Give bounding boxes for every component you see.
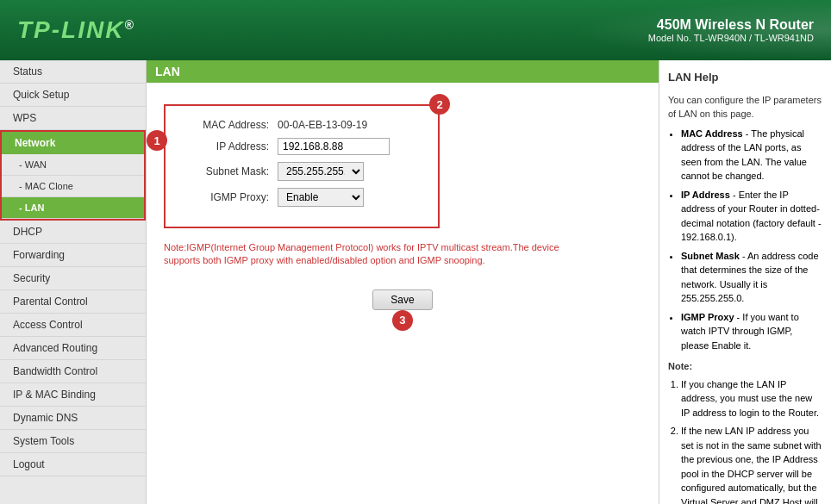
sidebar-item-security[interactable]: Security (0, 267, 146, 290)
sidebar-item-network[interactable]: Network (2, 132, 144, 154)
mac-address-value: 00-0A-EB-13-09-19 (278, 119, 367, 131)
help-intro: You can configure the IP parameters of L… (668, 93, 822, 121)
sidebar: Status Quick Setup WPS Network - WAN - M… (0, 60, 147, 504)
subnet-mask-label: Subnet Mask: (183, 165, 278, 177)
mac-address-row: MAC Address: 00-0A-EB-13-09-19 (183, 119, 421, 131)
sidebar-item-ip-mac-binding[interactable]: IP & MAC Binding (0, 383, 146, 407)
sidebar-item-dhcp[interactable]: DHCP (0, 221, 146, 244)
sidebar-item-dynamic-dns[interactable]: Dynamic DNS (0, 407, 146, 430)
sidebar-item-system-tools[interactable]: System Tools (0, 430, 146, 453)
subnet-mask-row: Subnet Mask: 255.255.255.0 (183, 162, 421, 181)
help-notes-list: If you change the LAN IP address, you mu… (681, 377, 822, 505)
save-button-wrapper: Save 3 (372, 281, 432, 319)
sidebar-item-advanced-routing[interactable]: Advanced Routing (0, 337, 146, 360)
annotation-1-wrapper: 1 MAC Address: 00-0A-EB-13-09-19 IP Addr… (164, 104, 440, 237)
sidebar-item-mac-clone[interactable]: - MAC Clone (2, 176, 144, 197)
page-title: LAN (147, 60, 659, 83)
logo-registered: ® (124, 18, 134, 32)
help-title: LAN Help (668, 69, 822, 86)
igmp-proxy-select[interactable]: Enable Disable (278, 188, 364, 207)
ip-address-label: IP Address: (183, 140, 278, 152)
ip-address-row: IP Address: (183, 138, 421, 155)
help-note-label: Note: (668, 359, 822, 374)
network-group: Network - WAN - MAC Clone - LAN (0, 130, 146, 221)
sidebar-item-wps[interactable]: WPS (0, 107, 146, 130)
form-area-wrapper: MAC Address: 00-0A-EB-13-09-19 IP Addres… (164, 104, 440, 237)
help-list: MAC Address - The physical address of th… (681, 127, 822, 353)
help-item-ip: IP Address - Enter the IP address of you… (681, 188, 822, 245)
logo: TP-LINK® (17, 16, 135, 44)
annotation-circle-2: 2 (429, 94, 450, 115)
igmp-proxy-row: IGMP Proxy: Enable Disable (183, 188, 421, 207)
help-term-subnet: Subnet Mask (681, 251, 740, 261)
help-term-igmp: IGMP Proxy (681, 312, 734, 322)
sidebar-item-wan[interactable]: - WAN (2, 154, 144, 176)
save-area: Save 3 (164, 281, 641, 319)
product-info: 450M Wireless N Router Model No. TL-WR94… (648, 17, 814, 43)
help-term-ip: IP Address (681, 190, 730, 200)
sidebar-item-lan[interactable]: - LAN (2, 197, 144, 219)
sidebar-item-forwarding[interactable]: Forwarding (0, 244, 146, 267)
lan-form: MAC Address: 00-0A-EB-13-09-19 IP Addres… (164, 104, 440, 228)
help-note-2: If the new LAN IP address you set is not… (681, 424, 822, 504)
content-inner: 1 MAC Address: 00-0A-EB-13-09-19 IP Addr… (147, 96, 659, 327)
logo-text: TP-LINK (17, 16, 124, 43)
help-note-1: If you change the LAN IP address, you mu… (681, 377, 822, 420)
help-panel: LAN Help You can configure the IP parame… (659, 60, 831, 504)
annotation-circle-3: 3 (392, 310, 413, 331)
mac-address-label: MAC Address: (183, 119, 278, 131)
sidebar-item-quick-setup[interactable]: Quick Setup (0, 84, 146, 107)
content-area: LAN 1 MAC Address: 00-0A-EB-13-09-19 IP … (147, 60, 659, 504)
main-layout: Status Quick Setup WPS Network - WAN - M… (0, 60, 831, 504)
help-item-mac: MAC Address - The physical address of th… (681, 127, 822, 184)
product-name: 450M Wireless N Router (648, 17, 814, 33)
sidebar-item-logout[interactable]: Logout (0, 453, 146, 476)
save-button[interactable]: Save (372, 289, 432, 310)
igmp-proxy-label: IGMP Proxy: (183, 191, 278, 203)
sidebar-item-parental-control[interactable]: Parental Control (0, 290, 146, 314)
model-number: Model No. TL-WR940N / TL-WR941ND (648, 33, 814, 43)
help-item-subnet: Subnet Mask - An address code that deter… (681, 249, 822, 306)
igmp-note: Note:IGMP(Internet Group Management Prot… (164, 241, 578, 268)
sidebar-item-access-control[interactable]: Access Control (0, 314, 146, 337)
ip-address-input[interactable] (278, 138, 390, 155)
sidebar-item-bandwidth-control[interactable]: Bandwidth Control (0, 360, 146, 383)
help-item-igmp: IGMP Proxy - If you want to watch IPTV t… (681, 310, 822, 353)
help-term-mac: MAC Address (681, 128, 743, 139)
annotation-circle-1: 1 (147, 130, 167, 151)
sidebar-item-status[interactable]: Status (0, 60, 146, 84)
header: TP-LINK® 450M Wireless N Router Model No… (0, 0, 831, 60)
subnet-mask-select[interactable]: 255.255.255.0 (278, 162, 364, 181)
